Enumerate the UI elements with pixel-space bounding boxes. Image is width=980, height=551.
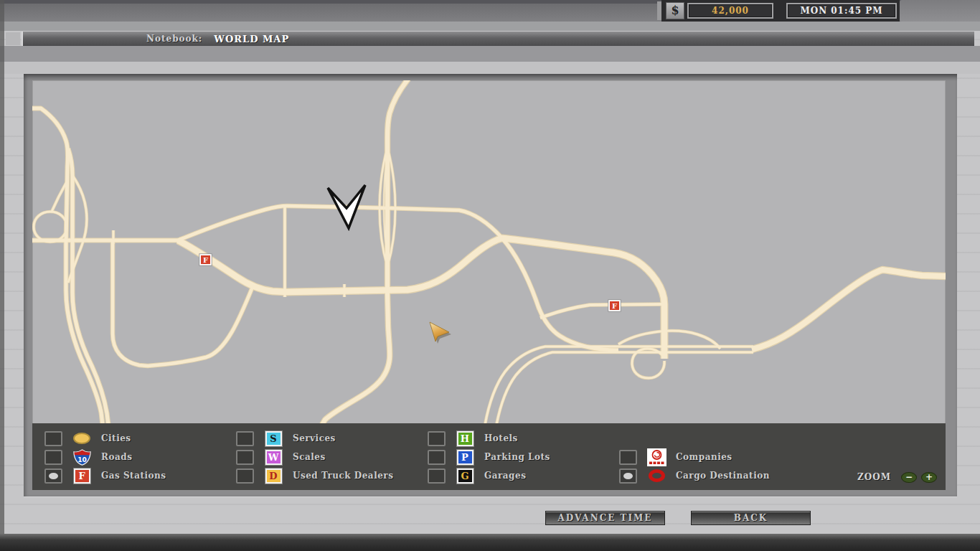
cargo-destination-checkbox[interactable] (619, 468, 637, 484)
legend-row-hotels: H Hotels (428, 429, 518, 448)
legend-row-scales: W Scales (236, 448, 326, 466)
used-truck-dealers-icon: D (263, 468, 284, 484)
legend-row-companies: Companies (619, 448, 732, 466)
zoom-in-button[interactable]: + (921, 472, 937, 483)
gas-station-marker: F (608, 300, 621, 311)
legend-label: Companies (676, 452, 732, 462)
page-title: WORLD MAP (214, 34, 289, 44)
legend-row-garages: G Garages (428, 466, 526, 485)
world-map-screen: $ 42,000 MON 01:45 PM Notebook: WORLD MA… (0, 0, 980, 551)
map-legend: Cities 10 Roads F Ga (32, 423, 946, 490)
checkbox-dot (49, 473, 58, 479)
datetime-display: MON 01:45 PM (786, 3, 897, 19)
cities-icon (71, 433, 93, 444)
cities-checkbox[interactable] (44, 431, 62, 446)
zoom-controls: ZOOM − + (857, 468, 937, 486)
legend-row-services: S Services (236, 429, 336, 448)
legend-row-gas-stations: F Gas Stations (44, 466, 166, 485)
legend-label: Roads (101, 452, 132, 462)
legend-label: Scales (293, 452, 326, 462)
garages-icon: G (454, 468, 476, 484)
notebook-tab (6, 32, 20, 45)
legend-label: Parking Lots (484, 452, 550, 462)
legend-label: Garages (484, 471, 526, 481)
cargo-destination-icon (646, 469, 667, 482)
left-edge-strip (0, 0, 4, 534)
hotels-icon: H (454, 431, 476, 446)
legend-row-cities: Cities (44, 429, 131, 448)
parking-lots-checkbox[interactable] (428, 450, 446, 465)
notebook-header-bar: Notebook: WORLD MAP (22, 32, 974, 46)
legend-label: Cargo Destination (676, 471, 770, 481)
advance-time-button[interactable]: ADVANCE TIME (545, 511, 665, 525)
legend-label: Hotels (484, 433, 518, 443)
scales-icon: W (263, 450, 284, 465)
notebook-label: Notebook: (146, 34, 202, 44)
roads-checkbox[interactable] (44, 450, 62, 465)
legend-row-parking-lots: P Parking Lots (428, 448, 550, 466)
svg-text:10: 10 (77, 456, 87, 463)
services-checkbox[interactable] (236, 431, 254, 446)
header-lower-band (0, 46, 980, 62)
companies-icon (646, 448, 667, 466)
world-map-viewport[interactable]: F F Citi (32, 80, 946, 490)
top-band-light (0, 22, 980, 31)
zoom-out-button[interactable]: − (901, 472, 917, 483)
header-light-band (0, 62, 980, 74)
roads (32, 80, 946, 425)
svg-text:F: F (612, 302, 617, 310)
money-display: 42,000 (687, 3, 773, 19)
legend-label: Gas Stations (101, 471, 166, 481)
road-casings (32, 80, 946, 425)
legend-label: Services (293, 433, 336, 443)
back-button[interactable]: BACK (691, 511, 811, 525)
legend-row-roads: 10 Roads (44, 448, 132, 466)
gas-station-icon: F (71, 468, 93, 484)
bottom-bar (0, 534, 980, 551)
scales-checkbox[interactable] (236, 450, 254, 465)
svg-text:F: F (203, 256, 208, 264)
used-truck-dealers-checkbox[interactable] (236, 468, 254, 484)
legend-label: Cities (101, 433, 131, 443)
map-frame: F F Citi (24, 74, 957, 496)
mouse-cursor (430, 322, 451, 344)
zoom-label: ZOOM (857, 472, 891, 482)
currency-icon: $ (666, 2, 684, 19)
interstate-shield-icon: 10 (71, 449, 93, 466)
garages-checkbox[interactable] (428, 468, 446, 484)
checkbox-dot (623, 473, 633, 479)
gas-station-marker: F (199, 254, 212, 265)
parking-lots-icon: P (454, 450, 476, 465)
legend-row-cargo-destination: Cargo Destination (619, 466, 770, 485)
legend-row-used-truck-dealers: D Used Truck Dealers (236, 466, 393, 485)
services-icon: S (263, 431, 284, 446)
gas-stations-checkbox[interactable] (44, 468, 62, 484)
companies-checkbox[interactable] (619, 450, 637, 465)
hud-right-block (900, 0, 980, 22)
hotels-checkbox[interactable] (428, 431, 446, 446)
legend-label: Used Truck Dealers (293, 471, 393, 481)
